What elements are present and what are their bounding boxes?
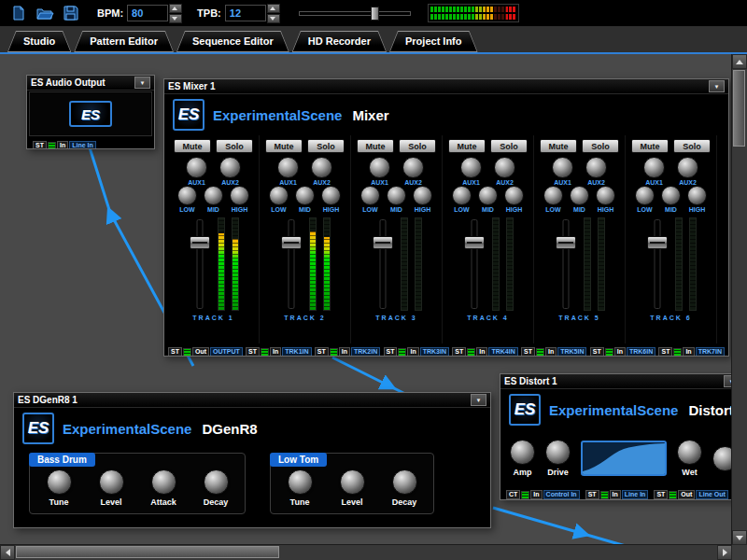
connector-output[interactable]: STOutOUTPUT [168, 347, 243, 357]
connector-trk4in[interactable]: STInTRK4IN [452, 347, 517, 357]
fader-handle[interactable] [281, 236, 302, 249]
mute-button[interactable]: Mute [631, 139, 669, 153]
high-knob[interactable] [504, 186, 524, 205]
solo-button[interactable]: Solo [582, 139, 619, 153]
solo-button[interactable]: Solo [490, 139, 528, 153]
wet-knob[interactable] [677, 440, 702, 465]
attack-knob[interactable] [151, 469, 176, 495]
solo-button[interactable]: Solo [673, 139, 711, 153]
mid-knob[interactable] [387, 186, 406, 205]
slider-thumb[interactable] [371, 7, 379, 21]
connector-line-in[interactable]: STInLine In [585, 490, 649, 499]
connector-line-out[interactable]: STOutLine Out [654, 490, 727, 499]
mid-knob[interactable] [295, 186, 315, 205]
drive-knob[interactable] [545, 440, 571, 465]
tab-hd-recorder[interactable]: HD Recorder [292, 31, 387, 52]
connector-trk5in[interactable]: STInTRK5IN [521, 347, 586, 357]
low-knob[interactable] [635, 186, 655, 205]
aux2-knob[interactable] [402, 157, 424, 178]
high-knob[interactable] [230, 186, 249, 205]
low-knob[interactable] [269, 186, 289, 205]
aux2-knob[interactable] [585, 157, 607, 178]
aux1-knob[interactable] [186, 157, 207, 178]
volume-fader[interactable] [280, 217, 303, 311]
scroll-up-button[interactable] [732, 54, 747, 69]
vertical-scrollbar[interactable] [731, 54, 747, 545]
low-knob[interactable] [543, 186, 563, 205]
mute-button[interactable]: Mute [265, 139, 303, 153]
low-knob[interactable] [452, 186, 472, 205]
aux1-knob[interactable] [460, 157, 482, 178]
connector-control-in[interactable]: CTInControl In [506, 490, 580, 499]
mute-button[interactable]: Mute [540, 139, 577, 153]
level-knob[interactable] [99, 469, 124, 495]
connector-trk2in[interactable]: STInTRK2IN [315, 347, 380, 357]
save-project-button[interactable] [60, 3, 82, 23]
aux1-knob[interactable] [277, 157, 299, 178]
volume-fader[interactable] [463, 217, 486, 311]
mute-button[interactable]: Mute [174, 139, 211, 153]
mixer-titlebar[interactable]: ES Mixer 1 [164, 79, 728, 94]
high-knob[interactable] [687, 186, 707, 205]
tab-sequence-editor[interactable]: Sequence Editor [176, 31, 289, 52]
collapse-button[interactable] [134, 77, 150, 89]
low-knob[interactable] [360, 186, 380, 205]
tune-knob[interactable] [47, 469, 72, 495]
volume-fader[interactable] [555, 217, 577, 311]
fader-handle[interactable] [373, 236, 393, 249]
high-knob[interactable] [596, 186, 615, 205]
decay-knob[interactable] [204, 469, 229, 495]
fader-handle[interactable] [647, 236, 668, 249]
scroll-left-button[interactable] [0, 545, 15, 560]
mid-knob[interactable] [478, 186, 498, 205]
high-knob[interactable] [321, 186, 341, 205]
connector-line-in[interactable]: STInLine In [33, 141, 96, 149]
bpm-increment-button[interactable] [169, 4, 182, 13]
tpb-value[interactable]: 12 [225, 5, 266, 21]
open-project-button[interactable] [34, 3, 56, 23]
fader-handle[interactable] [464, 236, 485, 249]
tune-knob[interactable] [288, 469, 313, 495]
solo-button[interactable]: Solo [399, 139, 436, 153]
fader-handle[interactable] [190, 236, 210, 249]
dgenr8-titlebar[interactable]: ES DGenR8 1 [14, 393, 490, 408]
mid-knob[interactable] [570, 186, 589, 205]
tab-studio[interactable]: Studio [7, 31, 71, 52]
aux2-knob[interactable] [219, 157, 241, 178]
decay-knob[interactable] [392, 469, 417, 495]
connector-trk7in[interactable]: STInTRK7IN [658, 347, 724, 357]
level-knob[interactable] [340, 469, 365, 495]
connector-trk1in[interactable]: STInTRK1IN [246, 347, 311, 357]
volume-fader[interactable] [646, 217, 669, 311]
master-volume-slider[interactable] [299, 6, 411, 21]
aux2-knob[interactable] [311, 157, 332, 178]
amp-knob[interactable] [510, 440, 535, 465]
volume-fader[interactable] [189, 217, 211, 311]
mute-button[interactable]: Mute [357, 139, 394, 153]
aux1-knob[interactable] [643, 157, 665, 178]
solo-button[interactable]: Solo [307, 139, 345, 153]
connector-trk3in[interactable]: STInTRK3IN [384, 347, 449, 357]
bpm-decrement-button[interactable] [169, 14, 182, 23]
connector-trk6in[interactable]: STInTRK6IN [590, 347, 655, 357]
fader-handle[interactable] [556, 236, 576, 249]
mute-button[interactable]: Mute [448, 139, 486, 153]
collapse-button[interactable] [709, 80, 725, 92]
low-knob[interactable] [177, 186, 197, 205]
scroll-right-button[interactable] [717, 545, 732, 560]
audio-output-titlebar[interactable]: ES Audio Output [27, 76, 154, 91]
mid-knob[interactable] [204, 186, 223, 205]
tab-project-info[interactable]: Project Info [389, 31, 478, 52]
tpb-increment-button[interactable] [267, 4, 280, 13]
horizontal-scrollbar[interactable] [0, 544, 732, 560]
mid-knob[interactable] [661, 186, 681, 205]
aux1-knob[interactable] [369, 157, 390, 178]
volume-fader[interactable] [372, 217, 394, 311]
scroll-down-button[interactable] [732, 530, 747, 545]
vertical-scroll-thumb[interactable] [733, 70, 745, 147]
high-knob[interactable] [413, 186, 432, 205]
new-project-button[interactable] [7, 3, 30, 23]
aux2-knob[interactable] [677, 157, 698, 178]
tab-pattern-editor[interactable]: Pattern Editor [74, 31, 174, 52]
distort-titlebar[interactable]: ES Distort 1 [500, 374, 743, 389]
